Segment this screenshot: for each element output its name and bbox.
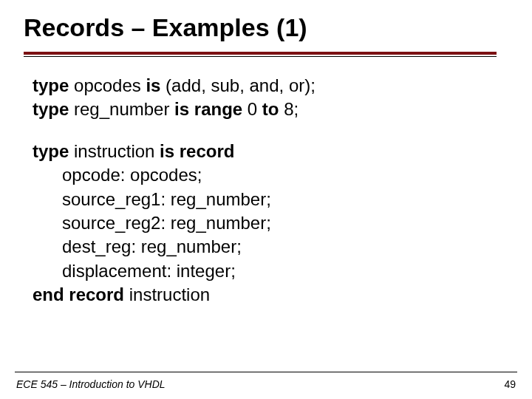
kw-type: type <box>33 141 69 161</box>
title-underline <box>24 52 497 56</box>
kw-is: is <box>146 75 160 95</box>
kw-is-record: is record <box>160 141 234 161</box>
blank-line <box>33 122 499 140</box>
text: 8; <box>279 99 299 119</box>
code-line-3: type instruction is record <box>33 140 499 163</box>
code-line-1: type opcodes is (add, sub, and, or); <box>33 74 499 98</box>
footer-divider <box>15 372 517 372</box>
text: instruction <box>124 284 210 304</box>
kw-type: type <box>33 99 69 119</box>
code-line-7: dest_reg: reg_number; <box>33 235 499 259</box>
text: reg_number <box>69 99 174 119</box>
text: (add, sub, and, or); <box>160 75 315 95</box>
slide-title: Records – Examples (1) <box>24 13 307 42</box>
code-line-5: source_reg1: reg_number; <box>33 188 499 211</box>
kw-is-range: is range <box>174 99 242 119</box>
slide: Records – Examples (1) type opcodes is (… <box>0 0 532 399</box>
text: opcodes <box>69 75 146 95</box>
code-line-6: source_reg2: reg_number; <box>33 211 499 235</box>
underline-thick <box>24 52 497 55</box>
underline-thin <box>24 56 497 57</box>
footer-page-number: 49 <box>504 378 516 390</box>
slide-body: type opcodes is (add, sub, and, or); typ… <box>33 74 499 307</box>
kw-to: to <box>262 99 279 119</box>
code-line-4: opcode: opcodes; <box>33 163 499 187</box>
code-line-2: type reg_number is range 0 to 8; <box>33 98 499 121</box>
kw-type: type <box>33 75 69 95</box>
kw-end-record: end record <box>33 284 124 304</box>
text: instruction <box>69 141 160 161</box>
text: 0 <box>242 99 262 119</box>
footer-course: ECE 545 – Introduction to VHDL <box>16 378 166 390</box>
code-line-9: end record instruction <box>33 283 499 307</box>
code-line-8: displacement: integer; <box>33 259 499 283</box>
